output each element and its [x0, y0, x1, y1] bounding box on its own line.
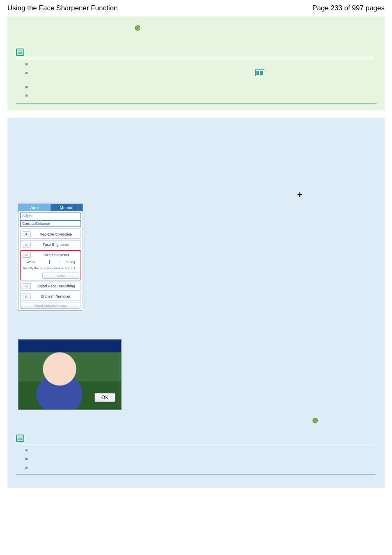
note-icon [16, 434, 25, 442]
bullet-icon [25, 72, 28, 74]
bullet-icon [25, 95, 28, 97]
cross-cursor-icon: + [297, 190, 302, 200]
note-label: Note [27, 49, 38, 56]
adjust-option[interactable]: Adjust [20, 213, 81, 219]
compare-icon [255, 69, 264, 76]
sharpener-row[interactable]: ☺Face Sharpener Weak Strong Specify the … [20, 250, 81, 280]
bullet-icon [25, 86, 28, 88]
bullet-icon [25, 449, 28, 451]
step-4: Click Face Sharpener. [16, 169, 68, 175]
undo-button[interactable]: Undo [42, 273, 79, 279]
correct-enhance-panel: Auto Manual Adjust Correct/Enhance 👁Red-… [18, 204, 83, 311]
preview-image[interactable]: OK [18, 339, 122, 410]
steps-block: Select the image you want to correct fro… [7, 118, 385, 488]
step-2: Select the image you want to correct fro… [16, 126, 251, 132]
correct-enhance-option[interactable]: Correct/Enhance [20, 220, 81, 227]
correct-enhance-mark-icon [311, 417, 319, 424]
note-label: Note [27, 435, 38, 442]
svg-rect-8 [260, 71, 263, 75]
correct-enhance-icon [134, 24, 141, 32]
tab-manual[interactable]: Manual [51, 204, 83, 211]
bullet-icon [25, 458, 28, 460]
intro-block: You can also display the Correct/Enhance… [7, 16, 385, 110]
blemish-remover-icon: ☺ [22, 294, 31, 299]
page-title: Using the Face Sharpener Function [7, 4, 118, 12]
tab-auto[interactable]: Auto [18, 204, 51, 211]
reset-button[interactable]: Reset Selected Image [20, 303, 81, 309]
face-brightener-icon: ☺ [22, 242, 31, 247]
bullet-icon [25, 467, 28, 469]
face-sharpener-icon: ☺ [22, 252, 31, 258]
redeye-row[interactable]: 👁Red-Eye Correction [20, 230, 81, 239]
step-3: Click Manual, then click Correct/Enhance… [16, 148, 115, 154]
svg-rect-7 [256, 71, 259, 75]
blemish-row[interactable]: ☺Blemish Remover [20, 292, 81, 301]
redeye-icon: 👁 [22, 231, 31, 237]
smoothing-row[interactable]: ☺Digital Face Smoothing [20, 282, 81, 291]
ok-button[interactable]: OK [95, 393, 115, 402]
brightener-row[interactable]: ☺Face Brightener [20, 240, 81, 249]
note-icon [16, 48, 25, 56]
bullet-icon [25, 63, 28, 65]
face-smoothing-icon: ☺ [22, 283, 31, 289]
strength-slider[interactable]: Weak Strong [22, 259, 79, 265]
step-5: Drag to select the area you want to corr… [16, 324, 220, 331]
page-number: Page 233 of 997 pages [312, 4, 385, 12]
